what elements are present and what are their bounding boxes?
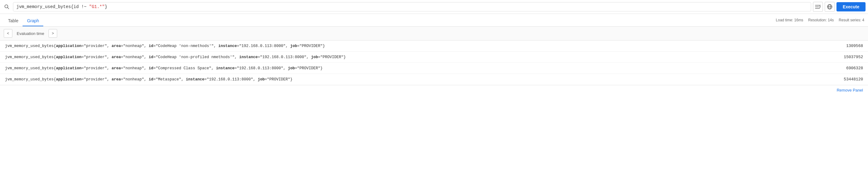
remove-panel-button[interactable]: Remove Panel	[837, 88, 863, 92]
eval-bar: < Evaluation time >	[0, 27, 868, 40]
metric-label: jvm_memory_used_bytes{application="provi…	[5, 44, 325, 48]
metric-label: jvm_memory_used_bytes{application="provi…	[5, 55, 346, 59]
eval-next-button[interactable]: >	[49, 29, 57, 38]
search-icon	[2, 2, 11, 11]
footer-row: Remove Panel	[0, 85, 868, 95]
tabs-meta: Load time: 16ms Resolution: 14s Result s…	[776, 18, 864, 24]
format-button[interactable]	[813, 2, 823, 12]
eval-prev-button[interactable]: <	[4, 29, 12, 38]
load-time: Load time: 16ms	[776, 18, 803, 22]
metric-label: jvm_memory_used_bytes{application="provi…	[5, 77, 292, 82]
metrics-browser-button[interactable]	[825, 2, 835, 12]
svg-line-1	[8, 8, 9, 9]
search-bar: jvm_memory_used_bytes{id !~ "G1.*"} Exec…	[0, 0, 868, 14]
table-row: jvm_memory_used_bytes{application="provi…	[0, 52, 868, 63]
result-series: Result series: 4	[839, 18, 864, 22]
table-row: jvm_memory_used_bytes{application="provi…	[0, 74, 868, 85]
metric-value: 6906328	[846, 66, 863, 71]
metric-value: 1309568	[846, 44, 863, 48]
resolution: Resolution: 14s	[808, 18, 834, 22]
tab-graph[interactable]: Graph	[23, 16, 43, 26]
tabs-row: Table Graph Load time: 16ms Resolution: …	[0, 14, 868, 27]
metric-value: 53448120	[844, 77, 863, 82]
query-input[interactable]: jvm_memory_used_bytes{id !~ "G1.*"}	[13, 2, 811, 11]
tabs-left: Table Graph	[4, 16, 43, 26]
results-table: jvm_memory_used_bytes{application="provi…	[0, 40, 868, 85]
table-row: jvm_memory_used_bytes{application="provi…	[0, 40, 868, 52]
table-row: jvm_memory_used_bytes{application="provi…	[0, 63, 868, 74]
metric-label: jvm_memory_used_bytes{application="provi…	[5, 66, 323, 71]
execute-button[interactable]: Execute	[836, 2, 866, 11]
tab-table[interactable]: Table	[4, 16, 23, 26]
eval-label: Evaluation time	[14, 31, 47, 36]
metric-value: 15037952	[844, 55, 863, 59]
